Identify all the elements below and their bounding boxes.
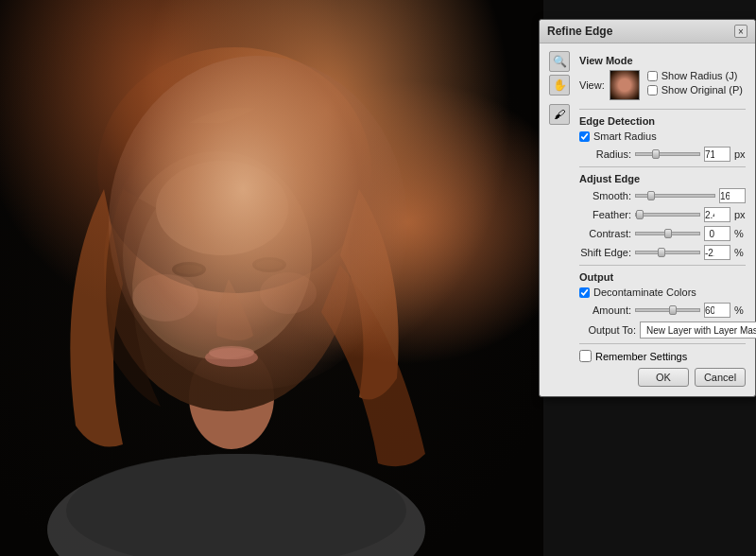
dialog-buttons: OK Cancel (579, 368, 746, 391)
contrast-label: Contrast: (579, 228, 631, 239)
view-mode-header: View Mode (579, 55, 746, 66)
svg-rect-0 (0, 0, 543, 556)
output-to-label: Output To: (579, 324, 636, 336)
cancel-button[interactable]: Cancel (695, 368, 746, 387)
tool-icons-panel: 🔍 ✋ 🖌 (549, 51, 570, 125)
smart-radius-label: Smart Radius (593, 130, 657, 142)
radius-unit: px (734, 148, 746, 160)
view-mode-section: View: Show Radius (J) Show Original (P) (579, 70, 746, 104)
remember-row: Remember Settings (579, 350, 746, 362)
decontaminate-label: Decontaminate Colors (593, 287, 696, 298)
svg-point-15 (260, 272, 317, 314)
refine-edge-dialog: Refine Edge × 🔍 ✋ 🖌 View Mode View: S (539, 19, 756, 397)
amount-slider[interactable] (635, 308, 700, 312)
show-original-label: Show Original (P) (662, 84, 743, 96)
smooth-label: Smooth: (579, 190, 631, 201)
amount-label: Amount: (579, 304, 631, 316)
shift-edge-row: Shift Edge: -21 % (579, 245, 746, 260)
smooth-value[interactable]: 16 (719, 188, 746, 203)
output-to-select[interactable]: Selection Layer Mask New Layer New Layer… (640, 321, 756, 339)
svg-point-8 (172, 262, 206, 277)
svg-point-12 (205, 348, 258, 367)
dialog-content: 🔍 ✋ 🖌 View Mode View: Show Radius (J) (540, 43, 755, 396)
show-radius-checkbox[interactable] (647, 71, 658, 81)
svg-point-5 (97, 47, 371, 293)
hand-tool-icon[interactable]: ✋ (549, 75, 570, 96)
svg-point-13 (209, 346, 254, 359)
divider-4 (579, 343, 746, 344)
show-original-row: Show Original (P) (647, 84, 743, 96)
svg-point-6 (123, 151, 312, 359)
amount-row: Amount: 60 % (579, 303, 746, 318)
amount-unit: % (734, 304, 746, 316)
contrast-unit: % (734, 228, 746, 239)
smooth-slider[interactable] (635, 194, 715, 198)
divider-3 (579, 265, 746, 266)
feather-unit: px (734, 209, 746, 220)
feather-slider[interactable] (635, 213, 700, 217)
adjust-edge-header: Adjust Edge (579, 173, 746, 184)
close-button[interactable]: × (734, 25, 747, 38)
svg-point-14 (132, 274, 198, 321)
decontaminate-row: Decontaminate Colors (579, 287, 746, 298)
shift-edge-value[interactable]: -21 (704, 245, 730, 260)
contrast-value[interactable]: 0 (704, 226, 730, 241)
radius-label: Radius: (579, 148, 631, 160)
zoom-tool-icon[interactable]: 🔍 (549, 51, 570, 72)
show-radius-label: Show Radius (J) (662, 70, 738, 81)
radius-slider[interactable] (635, 152, 700, 156)
smart-radius-checkbox[interactable] (579, 131, 590, 142)
amount-value[interactable]: 60 (704, 303, 730, 318)
smooth-row: Smooth: 16 (579, 188, 746, 203)
dialog-right-content: View Mode View: Show Radius (J) Show Ori… (579, 55, 746, 391)
edge-detection-header: Edge Detection (579, 115, 746, 127)
show-radius-row: Show Radius (J) (647, 70, 743, 81)
dialog-titlebar: Refine Edge × (540, 20, 755, 43)
feather-label: Feather: (579, 209, 631, 220)
show-original-checkbox[interactable] (647, 85, 658, 96)
feather-row: Feather: 2.4 px (579, 207, 746, 222)
view-thumbnail[interactable] (610, 70, 640, 100)
brush-tool-icon[interactable]: 🖌 (549, 104, 570, 125)
output-to-row: Output To: Selection Layer Mask New Laye… (579, 321, 746, 339)
svg-point-7 (156, 161, 288, 255)
smart-radius-row: Smart Radius (579, 130, 746, 142)
shift-edge-label: Shift Edge: (579, 247, 631, 258)
output-header: Output (579, 271, 746, 283)
dialog-title: Refine Edge (547, 25, 612, 38)
feather-value[interactable]: 2.4 (704, 207, 730, 222)
radius-row: Radius: 71.1 px (579, 147, 746, 162)
svg-point-4 (104, 118, 350, 411)
shift-edge-slider[interactable] (635, 251, 700, 254)
portrait-image (0, 0, 543, 556)
svg-point-10 (176, 265, 202, 274)
svg-point-3 (189, 345, 274, 449)
divider-2 (579, 166, 746, 167)
ok-button[interactable]: OK (638, 368, 689, 387)
decontaminate-checkbox[interactable] (579, 287, 590, 298)
divider-1 (579, 109, 746, 110)
contrast-slider[interactable] (635, 232, 700, 235)
remember-label: Remember Settings (595, 351, 687, 362)
svg-point-2 (66, 454, 406, 556)
contrast-row: Contrast: 0 % (579, 226, 746, 241)
svg-point-11 (256, 260, 283, 269)
svg-point-9 (252, 257, 286, 272)
shift-edge-unit: % (734, 247, 746, 258)
view-label: View: (579, 79, 605, 91)
radius-value[interactable]: 71.1 (704, 147, 730, 162)
remember-checkbox[interactable] (579, 350, 592, 362)
svg-point-1 (47, 454, 425, 556)
